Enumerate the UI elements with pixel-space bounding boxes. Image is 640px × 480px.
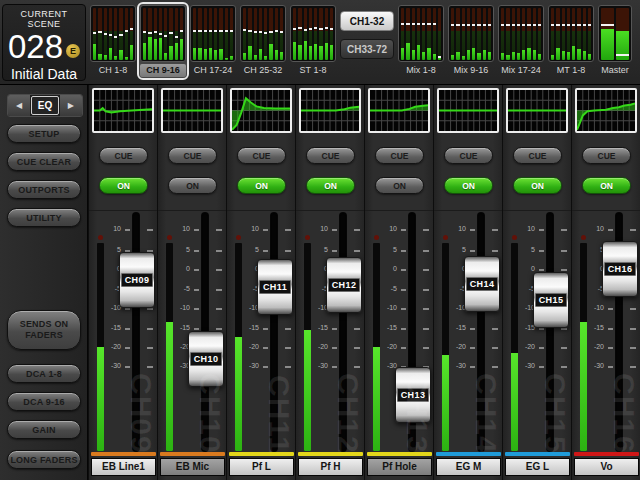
utility-button[interactable]: UTILITY xyxy=(7,208,81,227)
eq-graph[interactable] xyxy=(161,88,223,133)
fader-scale-tick xyxy=(470,250,475,252)
eq-graph[interactable] xyxy=(575,88,637,133)
meter-bar xyxy=(269,8,272,60)
eq-graph[interactable] xyxy=(506,88,568,133)
cue-button[interactable]: CUE xyxy=(306,147,355,164)
fader-scale-label: -20 xyxy=(102,343,121,351)
fader-mark xyxy=(538,24,541,26)
channel-name-label[interactable]: Vo xyxy=(574,458,639,476)
fader-mark xyxy=(159,33,162,35)
fader-cap[interactable]: CH11 xyxy=(257,259,293,315)
meter-tab-mix-17-24[interactable]: Mix 17-24 xyxy=(497,4,545,78)
current-scene-panel[interactable]: CURRENT SCENE 028 E Initial Data xyxy=(2,4,86,81)
fader-scale-tick xyxy=(401,289,406,291)
gain-button[interactable]: GAIN xyxy=(7,420,81,439)
clip-indicator xyxy=(374,235,379,240)
on-button[interactable]: ON xyxy=(237,177,286,194)
fader-scale-label: 10 xyxy=(171,225,190,233)
fader-cap[interactable]: CH09 xyxy=(119,252,155,308)
fader-mark xyxy=(533,24,536,26)
fader-cap[interactable]: CH15 xyxy=(533,272,569,328)
on-button[interactable]: ON xyxy=(99,177,148,194)
meter-tab-label: Mix 17-24 xyxy=(498,64,544,77)
dca-9-16-button[interactable]: DCA 9-16 xyxy=(7,392,81,411)
meter-bar xyxy=(148,8,151,60)
fader-mark xyxy=(125,30,128,32)
fader-scale-tick xyxy=(423,308,429,310)
eq-prev-arrow-icon[interactable]: ◀ xyxy=(8,95,30,116)
fader-scale-label: -10 xyxy=(171,304,190,312)
fader-scale-tick xyxy=(492,328,498,330)
fader-scale-label: 5 xyxy=(240,246,259,254)
on-button[interactable]: ON xyxy=(306,177,355,194)
channel-name-label[interactable]: Pf H xyxy=(298,458,363,476)
cue-button[interactable]: CUE xyxy=(237,147,286,164)
on-button[interactable]: ON xyxy=(582,177,631,194)
fader-mark xyxy=(551,24,554,26)
cue-button[interactable]: CUE xyxy=(444,147,493,164)
on-button[interactable]: ON xyxy=(513,177,562,194)
meter-tab-mt-1-8[interactable]: MT 1-8 xyxy=(547,4,595,78)
eq-graph[interactable] xyxy=(92,88,154,133)
eq-graph[interactable] xyxy=(368,88,430,133)
setup-button[interactable]: SETUP xyxy=(7,124,81,143)
meter-bar xyxy=(130,8,133,60)
outports-button[interactable]: OUTPORTS xyxy=(7,180,81,199)
meter-tab-mix-9-16[interactable]: Mix 9-16 xyxy=(447,4,495,78)
meter-bar xyxy=(616,8,629,60)
fader-cap[interactable]: CH12 xyxy=(326,257,362,313)
dca-1-8-button[interactable]: DCA 1-8 xyxy=(7,364,81,383)
fader-scale-tick xyxy=(608,308,613,310)
cue-button[interactable]: CUE xyxy=(513,147,562,164)
meter-bar xyxy=(93,8,96,60)
meter-bar xyxy=(551,8,554,60)
on-button[interactable]: ON xyxy=(444,177,493,194)
meter-tab-master[interactable]: Master xyxy=(597,4,633,78)
channel-name-label[interactable]: Pf Hole xyxy=(367,458,432,476)
meter-bar xyxy=(259,8,262,60)
cue-button[interactable]: CUE xyxy=(582,147,631,164)
fader-mark xyxy=(180,30,183,32)
fader-scale-tick xyxy=(561,366,567,368)
meter-tab-st-1-8[interactable]: ST 1-8 xyxy=(289,4,337,78)
bank-button-ch1-32[interactable]: CH1-32 xyxy=(340,11,394,31)
eq-next-arrow-icon[interactable]: ▶ xyxy=(60,95,82,116)
eq-graph[interactable] xyxy=(437,88,499,133)
input-meter-tabs: CH 1-8CH 9-16CH 17-24CH 25-32ST 1-8 xyxy=(89,4,337,78)
channel-name-label[interactable]: EB Line1 xyxy=(91,458,156,476)
fader-scale-label: 10 xyxy=(309,225,328,233)
fader-scale-label: -15 xyxy=(378,324,397,332)
meter-tab-mix-1-8[interactable]: Mix 1-8 xyxy=(397,4,445,78)
long-faders-button[interactable]: LONG FADERS xyxy=(7,450,81,469)
fader-scale-tick xyxy=(194,328,199,330)
channel-name-label[interactable]: Pf L xyxy=(229,458,294,476)
fader-mark xyxy=(93,32,96,34)
fader-mark xyxy=(556,24,559,26)
channel-name-label[interactable]: EG M xyxy=(436,458,501,476)
eq-graph[interactable] xyxy=(230,88,292,133)
cue-button[interactable]: CUE xyxy=(99,147,148,164)
meter-bar xyxy=(159,8,162,60)
meter-tab-ch-1-8[interactable]: CH 1-8 xyxy=(89,4,137,78)
meter-tab-ch-25-32[interactable]: CH 25-32 xyxy=(239,4,287,78)
bank-button-ch33-72[interactable]: CH33-72 xyxy=(340,39,394,59)
on-button[interactable]: ON xyxy=(168,177,217,194)
meter-tab-ch-17-24[interactable]: CH 17-24 xyxy=(189,4,237,78)
eq-graph[interactable] xyxy=(299,88,361,133)
channel-name-label[interactable]: EG L xyxy=(505,458,570,476)
channel-color-bar xyxy=(229,452,294,456)
fader-scale-label: -10 xyxy=(102,304,121,312)
fader-scale-label: 10 xyxy=(240,225,259,233)
cue-button[interactable]: CUE xyxy=(375,147,424,164)
fader-cap[interactable]: CH14 xyxy=(464,256,500,312)
fader-scale-tick xyxy=(263,250,268,252)
channel-watermark: CH13 xyxy=(402,373,432,454)
fader-cap[interactable]: CH16 xyxy=(602,241,638,297)
meter-tab-ch-9-16[interactable]: CH 9-16 xyxy=(139,4,187,78)
channel-name-label[interactable]: EB Mic xyxy=(160,458,225,476)
on-button[interactable]: ON xyxy=(375,177,424,194)
cue-button[interactable]: CUE xyxy=(168,147,217,164)
eq-curve xyxy=(301,90,359,131)
sends-on-faders-button[interactable]: SENDS ON FADERS xyxy=(7,310,81,350)
cue-clear-button[interactable]: CUE CLEAR xyxy=(7,152,81,171)
